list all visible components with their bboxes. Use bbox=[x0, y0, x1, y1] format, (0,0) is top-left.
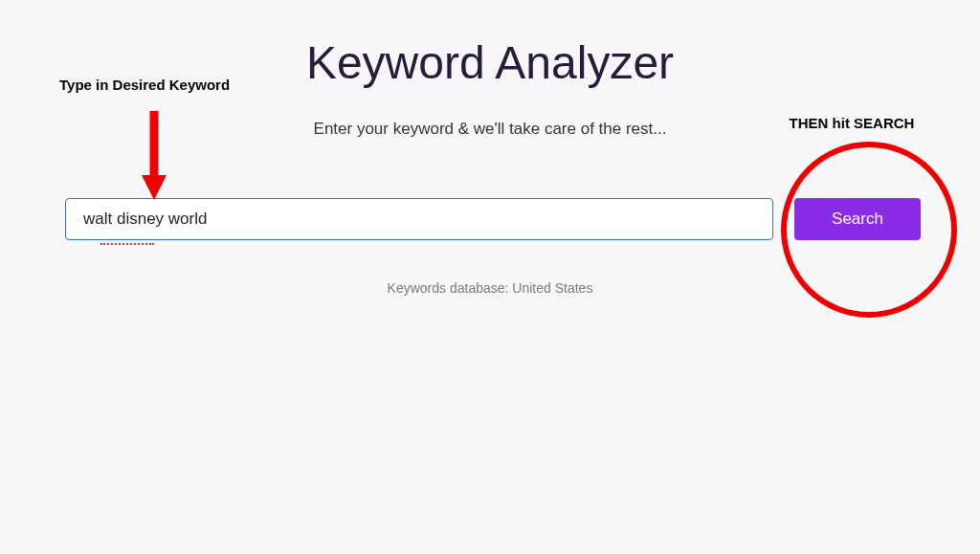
annotation-left-label: Type in Desired Keyword bbox=[59, 77, 230, 93]
annotation-right: THEN hit SEARCH bbox=[775, 115, 928, 132]
search-row: Search bbox=[0, 198, 980, 240]
annotation-left: Type in Desired Keyword bbox=[59, 77, 251, 94]
svg-marker-1 bbox=[142, 175, 167, 200]
annotation-right-label: THEN hit SEARCH bbox=[790, 115, 915, 131]
search-button[interactable]: Search bbox=[794, 198, 921, 240]
spellcheck-underline bbox=[100, 243, 154, 245]
database-note: Keywords database: United States bbox=[0, 280, 980, 296]
keyword-input[interactable] bbox=[65, 198, 773, 240]
